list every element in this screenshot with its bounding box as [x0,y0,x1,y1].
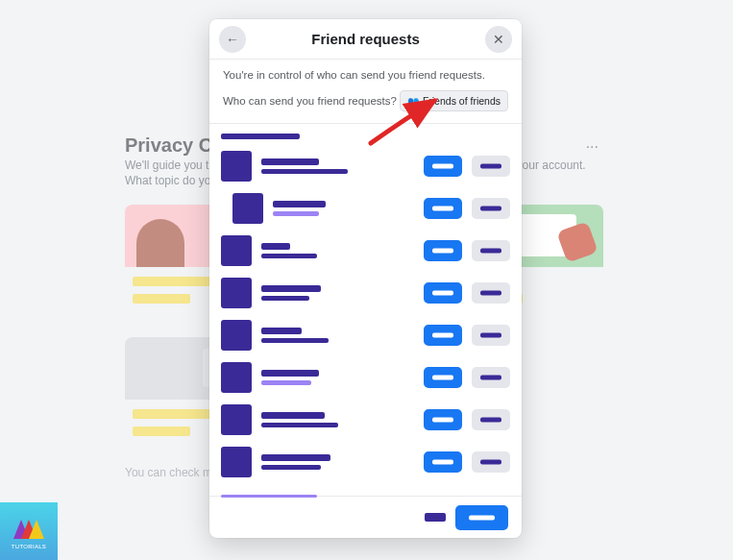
friends-icon: 👥 [407,96,419,107]
close-button[interactable]: ✕ [485,26,512,53]
delete-button[interactable] [472,409,510,430]
confirm-button[interactable] [424,240,462,261]
back-button[interactable]: ← [219,26,246,53]
confirm-button[interactable] [424,367,462,388]
list-item-text [261,370,414,385]
list-item-text [261,328,414,343]
confirm-button[interactable] [424,198,462,219]
avatar [221,447,252,477]
list-item [221,230,510,272]
confirm-button[interactable] [424,156,462,177]
arrow-left-icon: ← [226,32,239,47]
delete-button[interactable] [472,325,510,346]
delete-button[interactable] [472,240,510,261]
list-item-text [273,201,414,216]
delete-button[interactable] [472,451,510,473]
request-list [209,124,522,496]
avatar [221,278,252,308]
delete-button[interactable] [472,282,510,304]
confirm-button[interactable] [424,409,462,430]
list-header-line [221,134,300,139]
friend-requests-modal: ← Friend requests ✕ You're in control of… [209,19,522,538]
modal-footer [209,496,522,538]
modal-title: Friend requests [311,31,420,47]
delete-button[interactable] [472,156,510,177]
list-item [221,145,510,187]
setting-question: Who can send you friend requests? [223,95,397,107]
avatar [221,235,252,266]
modal-header: ← Friend requests ✕ [209,19,522,60]
audience-selector[interactable]: 👥 Friends of friends [400,90,508,111]
close-icon: ✕ [493,32,504,47]
list-item [232,187,510,230]
progress-indicator [221,495,317,498]
list-item-text [261,158,414,174]
list-item [221,441,510,483]
avatar [221,362,252,393]
watermark-logo: TUTORIALS [0,502,58,560]
avatar [232,193,263,224]
modal-intro-text: You're in control of who can send you fr… [223,69,508,81]
list-item [221,356,510,399]
delete-button[interactable] [472,198,510,219]
confirm-button[interactable] [424,451,462,473]
list-item-text [261,454,414,470]
list-item [221,314,510,356]
avatar [221,320,252,351]
who-can-send-setting: Who can send you friend requests? 👥 Frie… [209,81,522,124]
delete-button[interactable] [472,367,510,388]
confirm-button[interactable] [424,282,462,304]
confirm-button[interactable] [424,325,462,346]
list-item [221,399,510,441]
avatar [221,151,252,182]
list-item-text [261,412,414,427]
list-item-text [261,285,414,301]
footer-secondary-button[interactable] [425,513,446,522]
audience-label: Friends of friends [423,95,501,107]
footer-primary-button[interactable] [455,505,508,530]
modal-intro: You're in control of who can send you fr… [209,60,522,81]
watermark-text: TUTORIALS [12,544,46,549]
list-item-text [261,243,414,258]
list-item [221,272,510,314]
avatar [221,404,252,435]
